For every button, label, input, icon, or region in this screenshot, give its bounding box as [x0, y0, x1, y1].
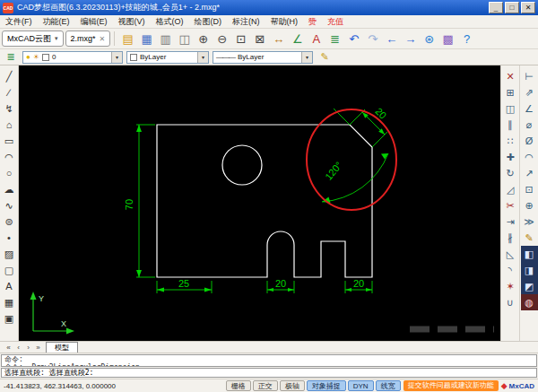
dim-radius-icon[interactable]: ⌀	[521, 117, 538, 133]
layer-manager-icon[interactable]: ≣	[3, 51, 19, 63]
extend-icon[interactable]: ⇥	[502, 213, 519, 230]
grid-toggle[interactable]: 栅格	[226, 380, 251, 391]
open-icon[interactable]: ▤	[118, 30, 137, 48]
chevron-down-icon[interactable]: ▾	[197, 52, 208, 63]
model-tab[interactable]: 模型	[46, 342, 78, 353]
block-icon[interactable]: ▣	[1, 310, 18, 327]
rotate-icon[interactable]: ↻	[502, 165, 519, 181]
view-se-iso-icon[interactable]: ◨	[521, 262, 538, 278]
layer-sun-icon[interactable]: ☀	[33, 53, 39, 61]
scale-icon[interactable]: ◿	[502, 181, 519, 197]
table-icon[interactable]: ▦	[1, 294, 18, 310]
region-icon[interactable]: ▢	[1, 262, 18, 278]
sheet-next-icon[interactable]: ›	[23, 343, 33, 353]
ellipse-icon[interactable]: ⊜	[1, 213, 18, 230]
part-hole-circle[interactable]	[222, 145, 262, 185]
ortho-toggle[interactable]: 正交	[253, 380, 278, 391]
break-icon[interactable]: ∦	[502, 230, 519, 246]
hatch-icon[interactable]: ▨	[1, 246, 18, 262]
menu-draw[interactable]: 绘图(D)	[189, 16, 228, 28]
menu-edit[interactable]: 编辑(E)	[75, 16, 113, 28]
sheet-first-icon[interactable]: «	[4, 343, 13, 353]
layer-color-swatch[interactable]	[42, 54, 49, 61]
revcloud-icon[interactable]: ☁	[1, 181, 18, 197]
menu-recharge[interactable]: 充值	[322, 16, 349, 28]
undo-icon[interactable]: ↶	[344, 30, 363, 48]
view-sw-iso-icon[interactable]: ◧	[521, 246, 538, 262]
match-properties-icon[interactable]: ✎	[317, 51, 333, 63]
render-icon[interactable]: ◍	[521, 294, 538, 310]
forward-icon[interactable]: →	[401, 30, 420, 48]
dim-aligned-icon[interactable]: ⇗	[521, 84, 538, 100]
chevron-down-icon[interactable]: ▾	[301, 52, 312, 63]
copy-icon[interactable]: ⊞	[502, 84, 519, 100]
maximize-button[interactable]: □	[505, 2, 519, 13]
xline-icon[interactable]: ∕	[1, 84, 18, 100]
arc-icon[interactable]: ◠	[1, 149, 18, 165]
spline-icon[interactable]: ∿	[1, 197, 18, 213]
zoom-out-icon[interactable]: ⊖	[213, 30, 231, 48]
color-combo[interactable]: ByLayer ▾	[126, 51, 209, 64]
document-tab[interactable]: 2.mxg* ✕	[65, 30, 111, 47]
plot-icon[interactable]: ▥	[156, 30, 175, 48]
tolerance-icon[interactable]: ⊡	[521, 181, 538, 197]
pan-icon[interactable]: ↔	[269, 30, 288, 48]
layers-icon[interactable]: ≣	[325, 30, 344, 48]
highlight-red-circle[interactable]	[307, 109, 396, 210]
polyline-icon[interactable]: ↯	[1, 100, 18, 117]
part-outline[interactable]	[157, 125, 372, 277]
array-icon[interactable]: ∷	[502, 133, 519, 149]
view-ne-iso-icon[interactable]: ◩	[521, 278, 538, 294]
dim-diameter-icon[interactable]: Ø	[521, 133, 538, 149]
dim-continue-icon[interactable]: ≫	[521, 213, 538, 230]
layer-combo[interactable]: ● ☀ 0 ▾	[22, 51, 123, 64]
lineweight-toggle[interactable]: 线宽	[376, 380, 401, 391]
web-icon[interactable]: ⊛	[420, 30, 438, 48]
drawing-canvas[interactable]: 70 25 20 20 20 120° Y X	[19, 65, 500, 341]
command-input[interactable]: 选择直线段: 选择直线段2:	[1, 368, 537, 378]
print-preview-icon[interactable]: ◫	[175, 30, 194, 48]
dim-style-icon[interactable]: ✎	[521, 230, 538, 246]
sheet-last-icon[interactable]: »	[33, 343, 43, 353]
mirror-icon[interactable]: ◫	[502, 100, 519, 117]
line-icon[interactable]: ╱	[1, 68, 18, 84]
menu-view[interactable]: 视图(V)	[113, 16, 151, 28]
trim-icon[interactable]: ✂	[502, 197, 519, 213]
minimize-button[interactable]: _	[489, 2, 503, 13]
redo-icon[interactable]: ↷	[363, 30, 382, 48]
join-icon[interactable]: ∪	[502, 294, 519, 310]
app-tab[interactable]: MxCAD云图 ▾	[2, 30, 64, 47]
zoom-window-icon[interactable]: ⊡	[231, 30, 250, 48]
close-button[interactable]: ✕	[521, 2, 535, 13]
polar-toggle[interactable]: 极轴	[280, 380, 305, 391]
sheet-prev-icon[interactable]: ‹	[13, 343, 23, 353]
linetype-combo[interactable]: ——— ByLayer ▾	[213, 51, 313, 64]
measure-icon[interactable]: ∠	[288, 30, 307, 48]
chevron-down-icon[interactable]: ▾	[55, 35, 58, 42]
dimension-lines[interactable]	[136, 109, 388, 293]
point-icon[interactable]: •	[1, 230, 18, 246]
chamfer-icon[interactable]: ◺	[502, 246, 519, 262]
menu-dimension[interactable]: 标注(N)	[227, 16, 265, 28]
menu-like[interactable]: 赞	[303, 16, 322, 28]
chevron-down-icon[interactable]: ▾	[111, 52, 122, 63]
rectangle-icon[interactable]: ▭	[1, 133, 18, 149]
dim-linear-icon[interactable]: ⊢	[521, 68, 538, 84]
fillet-icon[interactable]: ◝	[502, 262, 519, 278]
dyn-toggle[interactable]: DYN	[348, 380, 374, 391]
move-icon[interactable]: ✚	[502, 149, 519, 165]
feedback-button[interactable]: 提交软件问题或建议新功能	[404, 380, 499, 391]
leader-icon[interactable]: ↗	[521, 165, 538, 181]
menu-file[interactable]: 文件(F)	[0, 16, 38, 28]
mtext-icon[interactable]: A	[1, 278, 18, 294]
explode-icon[interactable]: ✶	[502, 278, 519, 294]
dim-angular-icon[interactable]: ∠	[521, 100, 538, 117]
zoom-extents-icon[interactable]: ⊠	[250, 30, 269, 48]
palette-icon[interactable]: ▩	[438, 30, 457, 48]
polygon-icon[interactable]: ⌂	[1, 117, 18, 133]
dim-arc-icon[interactable]: ◠	[521, 149, 538, 165]
menu-format[interactable]: 格式(O)	[151, 16, 189, 28]
erase-icon[interactable]: ✕	[502, 68, 519, 84]
tab-close-icon[interactable]: ✕	[100, 35, 106, 43]
text-tool-icon[interactable]: A	[307, 30, 325, 48]
